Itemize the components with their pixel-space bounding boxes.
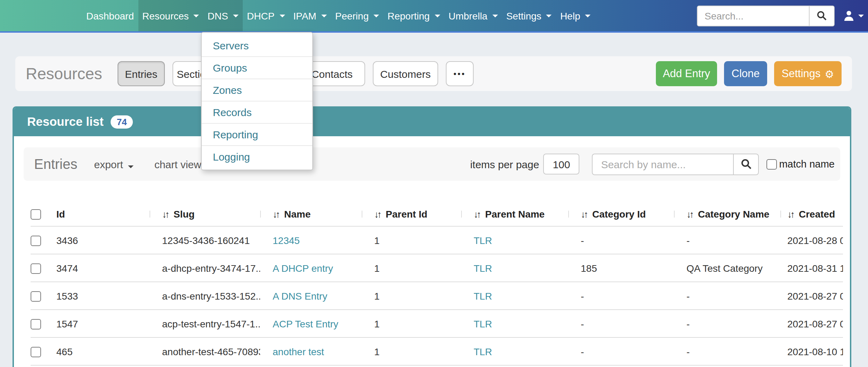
cell-created: 2021-08-27 01 [780, 318, 843, 329]
chevron-down-icon [546, 14, 552, 17]
tab-customers[interactable]: Customers [373, 61, 438, 86]
chevron-down-icon [435, 14, 440, 17]
menu-item-groups[interactable]: Groups [202, 56, 312, 79]
column-label: Created [799, 208, 835, 219]
menu-item-zones[interactable]: Zones [202, 79, 312, 101]
settings-button[interactable]: Settings⚙ [774, 61, 842, 86]
nav-label: Umbrella [449, 10, 488, 21]
entries-toolbar: Entries export chart view show filters +… [24, 147, 840, 181]
settings-button-label: Settings [782, 67, 821, 80]
add-entry-button[interactable]: Add Entry [656, 61, 717, 86]
row-checkbox[interactable] [31, 236, 41, 246]
select-all-checkbox[interactable] [31, 209, 41, 220]
column-header-created[interactable]: ↓↑Created [780, 208, 843, 219]
column-header-slug[interactable]: ↓↑Slug [150, 208, 260, 219]
nav-item-umbrella[interactable]: Umbrella [444, 0, 502, 31]
column-header-name[interactable]: ↓↑Name [260, 208, 362, 219]
cell-parent-name: TLR [461, 290, 568, 301]
row-select-cell [31, 290, 56, 302]
cell-slug: a-dhcp-entry-3474-17... [150, 262, 260, 274]
row-checkbox[interactable] [31, 263, 41, 274]
match-name-label: match name [779, 158, 835, 170]
nav-label: Settings [506, 10, 541, 21]
global-search-button[interactable] [809, 6, 834, 25]
items-per-page-input[interactable] [543, 154, 579, 174]
name-search-button[interactable] [733, 153, 759, 175]
search-icon [740, 158, 752, 170]
table-row: 1533 a-dns-entry-1533-152... A DNS Entry… [31, 282, 843, 309]
nav-item-settings[interactable]: Settings [502, 0, 556, 31]
resource-list-panel: Resource list 74 Entries export chart vi… [13, 106, 851, 367]
menu-item-logging[interactable]: Logging [202, 145, 312, 168]
clone-button[interactable]: Clone [724, 61, 767, 86]
cell-slug: acp-test-entry-1547-1... [150, 318, 260, 329]
parent-name-link[interactable]: TLR [474, 262, 492, 274]
row-checkbox[interactable] [31, 291, 41, 302]
nav-item-dashboard[interactable]: Dashboard [82, 0, 138, 31]
table-bottom-border [31, 365, 843, 367]
row-select-cell [31, 262, 56, 274]
more-tabs-button[interactable]: ••• [446, 61, 474, 86]
row-select-cell [31, 318, 56, 329]
user-menu[interactable] [843, 10, 864, 22]
cell-parent-name: TLR [461, 318, 568, 329]
tab-entries[interactable]: Entries [118, 61, 165, 86]
cell-category-name: - [674, 290, 780, 301]
column-label: Id [56, 208, 65, 219]
resource-list-header: Resource list 74 [14, 108, 850, 136]
cell-name: ACP Test Entry [260, 318, 362, 329]
menu-item-records[interactable]: Records [202, 101, 312, 123]
column-header-category-name[interactable]: ↓↑Category Name [674, 208, 780, 219]
parent-name-link[interactable]: TLR [474, 318, 492, 329]
cell-id: 1547 [56, 318, 150, 329]
nav-item-ipam[interactable]: IPAM [289, 0, 331, 31]
sort-icon: ↓↑ [374, 209, 380, 219]
column-label: Parent Name [485, 208, 545, 219]
parent-name-link[interactable]: TLR [474, 346, 492, 357]
global-search-input[interactable] [698, 6, 809, 25]
nav-item-resources[interactable]: Resources [138, 0, 203, 31]
cell-category-id: - [568, 346, 674, 357]
row-checkbox[interactable] [31, 347, 41, 357]
parent-name-link[interactable]: TLR [474, 235, 492, 246]
entry-name-link[interactable]: A DHCP entry [273, 262, 333, 274]
entry-name-link[interactable]: ACP Test Entry [273, 318, 338, 329]
chevron-down-icon [585, 14, 590, 17]
chevron-down-icon [279, 14, 285, 17]
sort-icon: ↓↑ [787, 209, 793, 219]
chevron-down-icon [858, 14, 864, 17]
search-icon [817, 10, 827, 21]
sort-icon: ↓↑ [686, 209, 692, 219]
chart-view-link[interactable]: chart view [154, 158, 201, 170]
nav-item-help[interactable]: Help [556, 0, 595, 31]
cell-created: 2021-08-10 17 [780, 346, 843, 357]
cell-id: 3436 [56, 235, 150, 246]
column-label: Category Name [698, 208, 769, 219]
page-title: Resources [26, 64, 102, 83]
resource-table: Id ↓↑Slug ↓↑Name ↓↑Parent Id ↓↑Parent Na… [31, 202, 843, 367]
match-name-checkbox[interactable] [766, 159, 777, 169]
menu-item-servers[interactable]: Servers [202, 35, 312, 56]
row-checkbox[interactable] [31, 319, 41, 329]
nav-label: Dashboard [86, 10, 134, 21]
chevron-down-icon [321, 14, 327, 17]
entry-name-link[interactable]: another test [273, 346, 324, 357]
menu-item-reporting[interactable]: Reporting [202, 123, 312, 145]
match-name-control: match name [766, 158, 835, 170]
cell-category-id: 185 [568, 262, 674, 274]
cell-parent-id: 1 [362, 262, 461, 274]
entry-name-link[interactable]: 12345 [273, 235, 300, 246]
column-header-parent-name[interactable]: ↓↑Parent Name [461, 208, 568, 219]
parent-name-link[interactable]: TLR [474, 290, 492, 301]
column-header-parent-id[interactable]: ↓↑Parent Id [362, 208, 461, 219]
nav-item-peering[interactable]: Peering [331, 0, 384, 31]
cell-parent-name: TLR [461, 262, 568, 274]
export-dropdown[interactable]: export [94, 158, 134, 170]
table-row: 465 another-test-465-70893 another test … [31, 337, 843, 365]
nav-item-dhcp[interactable]: DHCP [243, 0, 289, 31]
name-search-input[interactable] [592, 153, 733, 175]
nav-item-dns[interactable]: DNS [203, 0, 243, 31]
nav-item-reporting[interactable]: Reporting [383, 0, 444, 31]
entry-name-link[interactable]: A DNS Entry [273, 290, 327, 301]
column-header-category-id[interactable]: ↓↑Category Id [568, 208, 674, 219]
